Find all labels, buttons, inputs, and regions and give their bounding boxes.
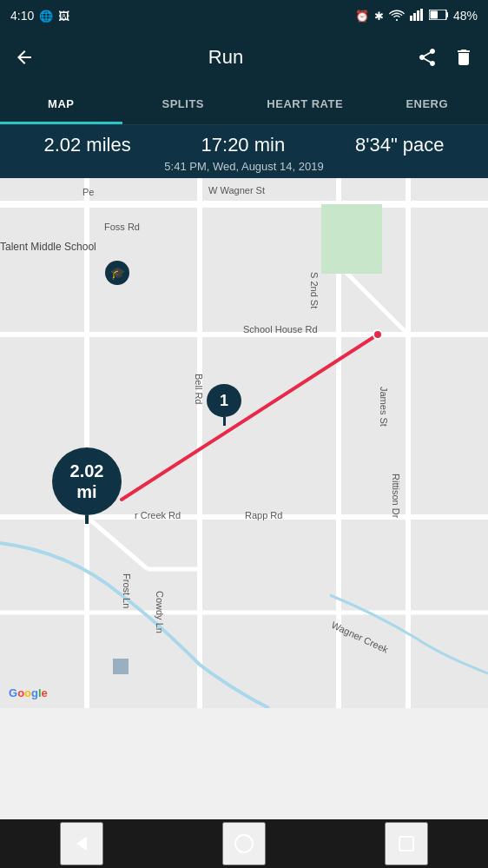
road-label-s2nd: S 2nd St — [309, 272, 320, 308]
svg-rect-7 — [0, 178, 488, 708]
pace-stat: 8'34" pace — [355, 134, 445, 156]
bottom-nav — [0, 819, 488, 868]
nav-back-button[interactable] — [60, 822, 103, 865]
status-left: 4:10 🌐 🖼 — [10, 9, 69, 23]
school-label: Talent Middle School — [0, 241, 96, 253]
tab-heart-rate[interactable]: HEART RATE — [244, 83, 366, 124]
page-title: Run — [208, 46, 243, 69]
tab-bar: MAP SPLITS HEART RATE ENERG — [0, 83, 488, 125]
share-button[interactable] — [417, 47, 438, 68]
header: Run — [0, 31, 488, 83]
nav-home-button[interactable] — [222, 822, 266, 865]
run-date: 5:41 PM, Wed, August 14, 2019 — [0, 160, 488, 173]
road-label-frost: Frost Ln — [122, 573, 132, 608]
sim-icon: 🌐 — [39, 10, 53, 23]
end-circle: 2.02 mi — [52, 447, 122, 515]
status-bar: 4:10 🌐 🖼 ⏰ ✱ 48% — [0, 0, 488, 31]
status-right: ⏰ ✱ 48% — [355, 9, 478, 23]
stats-bar: 2.02 miles 17:20 min 8'34" pace 5:41 PM,… — [0, 125, 488, 178]
distance-stat: 2.02 miles — [43, 134, 130, 156]
end-tail — [85, 515, 89, 524]
battery-icon — [429, 9, 448, 23]
road-label-cowdy: Cowdy Ln — [155, 591, 165, 633]
road-label-schoolhouse: School House Rd — [243, 324, 318, 335]
svg-rect-3 — [420, 9, 423, 21]
pace-value: 8'34" pace — [355, 134, 445, 156]
svg-rect-6 — [430, 11, 438, 19]
back-button[interactable] — [14, 47, 35, 68]
tab-map[interactable]: MAP — [0, 83, 122, 124]
svg-rect-22 — [113, 659, 129, 674]
image-icon: 🖼 — [58, 10, 69, 23]
svg-rect-21 — [321, 204, 382, 274]
alarm-icon: ⏰ — [355, 10, 369, 23]
end-unit: mi — [76, 481, 96, 502]
road-label-james: James St — [379, 387, 389, 427]
svg-rect-29 — [399, 837, 413, 851]
nav-recent-button[interactable] — [385, 822, 428, 865]
road-label-pe: Pe — [82, 187, 94, 197]
tab-energy[interactable]: ENERG — [366, 83, 489, 124]
start-dot — [373, 329, 383, 340]
svg-marker-27 — [76, 837, 87, 851]
svg-rect-1 — [413, 13, 416, 21]
header-actions — [417, 47, 474, 68]
svg-rect-0 — [410, 16, 412, 21]
svg-point-28 — [235, 835, 253, 852]
road-label-creek-rd: r Creek Rd — [135, 510, 181, 520]
bluetooth-icon: ✱ — [374, 10, 384, 23]
svg-rect-2 — [417, 10, 419, 21]
road-label-foss: Foss Rd — [104, 222, 140, 232]
end-value: 2.02 — [70, 461, 104, 481]
distance-value: 2.02 miles — [43, 134, 130, 156]
duration-stat: 17:20 min — [201, 134, 286, 156]
status-time: 4:10 — [10, 9, 34, 23]
google-logo: Google — [9, 686, 48, 699]
road-label-wagner: W Wagner St — [208, 185, 265, 195]
duration-value: 17:20 min — [201, 134, 286, 156]
map-container[interactable]: Pe Foss Rd W Wagner St S 2nd St School H… — [0, 178, 488, 708]
end-marker: 2.02 mi — [52, 447, 122, 524]
road-label-rittison: Rittison Dr — [391, 474, 401, 518]
road-label-rapp: Rapp Rd — [245, 510, 282, 520]
waypoint-1: 1 — [207, 384, 241, 426]
map-svg — [0, 178, 488, 708]
svg-rect-5 — [446, 12, 448, 17]
school-pin-icon: 🎓 — [104, 261, 130, 291]
stats-row: 2.02 miles 17:20 min 8'34" pace — [0, 134, 488, 156]
tab-splits[interactable]: SPLITS — [122, 83, 245, 124]
signal-icon — [410, 9, 424, 23]
delete-button[interactable] — [453, 47, 474, 68]
wifi-icon — [389, 9, 405, 23]
battery-percent: 48% — [453, 9, 478, 23]
waypoint-circle: 1 — [207, 384, 241, 417]
road-label-bell: Bell Rd — [194, 374, 204, 404]
waypoint-tail — [223, 417, 226, 426]
